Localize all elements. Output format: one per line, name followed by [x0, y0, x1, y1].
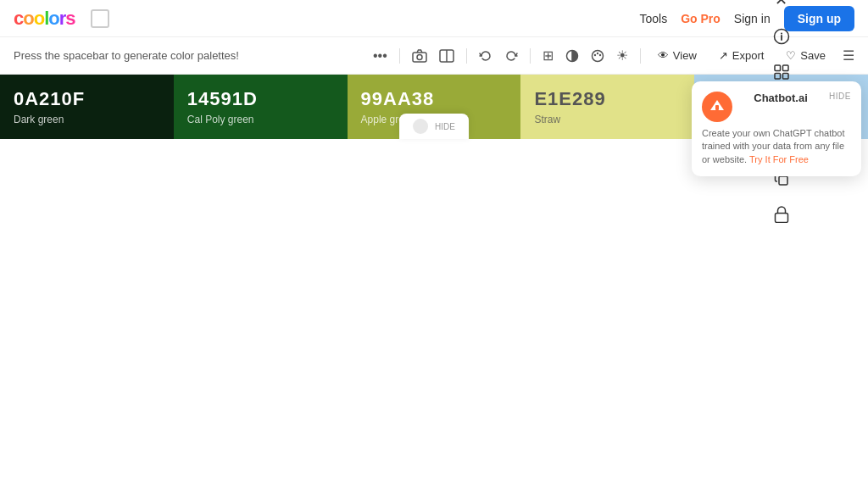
eye-icon: 👁 — [658, 49, 669, 62]
chatbot-header: Chatbot.ai HIDE — [702, 92, 851, 122]
grid-icon[interactable] — [773, 64, 790, 81]
signup-button[interactable]: Sign up — [784, 6, 854, 31]
toolbar-hint: Press the spacebar to generate color pal… — [14, 49, 239, 62]
chatbot-hide-button[interactable]: HIDE — [829, 92, 851, 101]
swatches-main: 0A210F Dark green 14591D Cal Poly green … — [0, 75, 868, 139]
swatch-4-hex: E1E289 — [534, 88, 681, 110]
separator-4 — [640, 48, 641, 64]
swatch-5[interactable]: Chatbot.ai HIDE Create your own ChatGPT … — [694, 75, 868, 139]
columns-icon[interactable] — [439, 49, 454, 63]
nav-signin[interactable]: Sign in — [734, 12, 771, 25]
svg-rect-0 — [413, 53, 426, 62]
swatch-1-name: Dark green — [14, 114, 160, 125]
nav-tools[interactable]: Tools — [640, 12, 668, 25]
svg-point-7 — [597, 52, 598, 53]
header-nav: Tools Go Pro Sign in Sign up — [640, 6, 855, 31]
separator-1 — [399, 48, 400, 64]
camera-icon[interactable] — [412, 49, 427, 63]
view-button[interactable]: 👁 View — [653, 46, 702, 65]
svg-rect-20 — [775, 214, 787, 223]
redo-icon[interactable] — [504, 49, 518, 63]
swatch-1[interactable]: 0A210F Dark green — [0, 75, 174, 139]
info-icon[interactable] — [773, 28, 790, 45]
svg-point-8 — [599, 53, 601, 55]
export-label: Export — [732, 49, 765, 62]
swatches-wrapper: 0A210F Dark green 14591D Cal Poly green … — [0, 75, 868, 139]
swatch-4-name: Straw — [534, 114, 681, 125]
svg-rect-14 — [775, 65, 781, 71]
swatch-2-name: Cal Poly green — [187, 114, 334, 125]
swatch-3-hex: 99AA38 — [361, 88, 508, 110]
svg-rect-16 — [775, 74, 781, 80]
sun-icon[interactable]: ☀ — [616, 47, 628, 64]
logo-text: coolors — [14, 8, 75, 30]
menu-icon[interactable]: ☰ — [843, 47, 854, 64]
swatch-3[interactable]: 99AA38 Apple green HIDE — [348, 75, 521, 139]
svg-rect-15 — [782, 65, 788, 71]
bottom-bar-circle — [413, 119, 428, 134]
save-label: Save — [800, 49, 826, 62]
toolbar: Press the spacebar to generate color pal… — [0, 37, 868, 75]
separator-2 — [466, 48, 467, 64]
logo-box — [91, 9, 109, 28]
chatbot-title-block: Chatbot.ai — [754, 92, 808, 104]
swatch-1-hex: 0A210F — [14, 88, 160, 110]
swatch-2[interactable]: 14591D Cal Poly green — [174, 75, 348, 139]
bottom-bar: HIDE — [399, 114, 469, 139]
grid-view-icon[interactable]: ⊞ — [542, 47, 554, 64]
chatbot-logo — [702, 92, 732, 122]
svg-rect-17 — [782, 74, 788, 80]
chatbot-desc: Create your own ChatGPT chatbot trained … — [702, 127, 851, 166]
share-icon: ↗ — [719, 49, 728, 62]
close-icon[interactable]: ✕ — [775, 0, 787, 9]
svg-point-6 — [594, 53, 596, 55]
svg-rect-19 — [779, 176, 787, 185]
more-icon[interactable]: ••• — [373, 48, 387, 64]
header-left: coolors — [14, 8, 109, 30]
bottom-bar-hide[interactable]: HIDE — [435, 122, 455, 131]
svg-rect-10 — [715, 105, 719, 110]
svg-point-5 — [592, 50, 603, 61]
chatbot-title: Chatbot.ai — [754, 92, 808, 104]
swatch-4[interactable]: E1E289 Straw — [520, 75, 694, 139]
svg-point-13 — [781, 33, 782, 35]
separator-3 — [530, 48, 531, 64]
logo[interactable]: coolors — [14, 8, 75, 30]
header: coolors Tools Go Pro Sign in Sign up — [0, 0, 868, 37]
view-label: View — [673, 49, 697, 62]
undo-icon[interactable] — [479, 49, 492, 63]
export-button[interactable]: ↗ Export — [714, 46, 770, 65]
swatch-2-hex: 14591D — [187, 88, 334, 110]
chatbot-popup: Chatbot.ai HIDE Create your own ChatGPT … — [692, 81, 861, 176]
palette-icon[interactable] — [591, 49, 604, 63]
svg-point-1 — [417, 54, 422, 59]
lock-icon[interactable] — [774, 206, 789, 223]
nav-gopro[interactable]: Go Pro — [681, 12, 721, 25]
chatbot-cta-link[interactable]: Try It For Free — [749, 154, 809, 164]
contrast-icon[interactable] — [565, 49, 579, 63]
